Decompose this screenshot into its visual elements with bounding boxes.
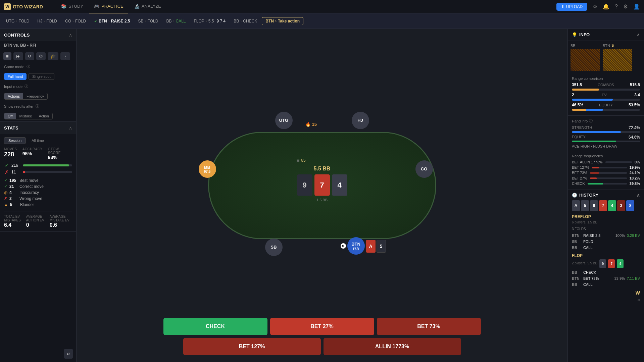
seat-co: CO (415, 160, 433, 178)
settings-icon[interactable]: ⚙ (593, 3, 597, 10)
bb-check-pos: BB (572, 270, 581, 274)
freq-27-val: 18.2% (630, 176, 640, 180)
bet127-button[interactable]: BET 127% (183, 338, 321, 355)
seat-bb-circle[interactable]: BB 97.5 (199, 160, 216, 178)
bc-bb2[interactable]: BB › CHECK (230, 17, 260, 25)
session-tab[interactable]: Session (4, 137, 26, 144)
action-toggle[interactable]: Action (35, 113, 52, 119)
breadcrumb-bar: UTG › FOLD HJ › FOLD CO › FOLD ✓ BTN › R… (0, 13, 644, 29)
freq-allin-bar-wrap (605, 161, 632, 163)
bc-sep9: › (275, 19, 277, 23)
off-toggle[interactable]: Off (4, 113, 16, 119)
controls-header: CONTROLS ∧ (0, 29, 76, 41)
bc-co[interactable]: CO › FOLD (62, 17, 89, 25)
actions-toggle[interactable]: Actions (4, 93, 23, 99)
stop-button[interactable]: ■ (3, 52, 11, 60)
nav-practice[interactable]: 🎮 PRACTICE (89, 0, 128, 13)
correct-move-count: 21 (9, 184, 17, 189)
center-area: 🔥 15 UTG HJ CO (77, 29, 567, 362)
bc-bb[interactable]: BB › CALL (163, 17, 189, 25)
history-icon: 🕐 (572, 193, 577, 198)
bet27-button[interactable]: BET 27% (270, 318, 374, 335)
sb-ha-pos: SB (572, 240, 581, 244)
help-icon[interactable]: ? (615, 4, 618, 10)
expand-history-icon[interactable]: » (637, 297, 640, 302)
bc-btn-action[interactable]: BTN › Take action (262, 17, 303, 25)
seat-co-circle[interactable]: CO (415, 160, 433, 178)
settings-ctrl-button[interactable]: ⚙ (36, 52, 46, 60)
allin-button[interactable]: ALLIN 1773% (324, 338, 461, 355)
history-title: 🕐 HISTORY ∧ (572, 193, 640, 198)
bb-equity: 46.5% (572, 103, 583, 107)
singlespot-button[interactable]: Single spot (29, 73, 54, 80)
collapse-info-icon[interactable]: ∧ (637, 32, 640, 37)
hc-7: 7 (599, 200, 607, 211)
upload-button[interactable]: ⬆ UPLOAD (556, 3, 587, 11)
mistake-toggle[interactable]: Mistake (16, 113, 35, 119)
seat-sb-circle[interactable]: SB (265, 239, 283, 256)
best-label: Best move (19, 178, 39, 183)
seat-bb: BB 97.5 (199, 160, 216, 178)
utg-label: UTG (279, 118, 288, 123)
collapse-history-icon[interactable]: ∧ (637, 193, 640, 198)
flame-value: 15 (312, 122, 317, 127)
freq-73-val: 24.1% (630, 171, 640, 175)
frequency-toggle[interactable]: Frequency (23, 93, 47, 99)
hj-label: HJ (357, 118, 363, 123)
upload-label: UPLOAD (566, 4, 583, 9)
folds-label: 3 FOLDS (572, 226, 586, 231)
freq-check: CHECK 39.8% (572, 182, 640, 186)
moves-stat: MOVES 228 (4, 147, 17, 160)
dealer-button: D (341, 243, 346, 249)
seat-btn-circle[interactable]: BTN 97.5 (347, 237, 365, 255)
input-mode-info-icon: ⓘ (24, 84, 28, 89)
btn-stack: 97.5 (353, 247, 359, 250)
bc-hj[interactable]: HJ › FOLD (34, 17, 60, 25)
nav-study[interactable]: 📚 STUDY (56, 0, 88, 13)
bb-call2-action: CALL (583, 282, 640, 287)
config-icon[interactable]: ⚙ (623, 3, 628, 10)
action-row-2: BET 127% ALLIN 1773% (183, 338, 461, 355)
ev-mistakes-total: TOTAL EVMISTAKES 6.4 (4, 215, 21, 228)
blunder-count: 5 (10, 202, 18, 207)
avg-action-val: 0 (26, 222, 44, 228)
notifications-icon[interactable]: 🔔 (603, 3, 609, 10)
bc-flop[interactable]: FLOP › 5.5 9 7 4 (191, 17, 229, 25)
bet73-button[interactable]: BET 73% (377, 318, 481, 335)
combos-row: 351.5 COMBOS 515.8 (572, 83, 640, 87)
btn-ev-bar (572, 99, 613, 101)
ev-mistakes-val: 6.4 (4, 222, 21, 228)
check-button[interactable]: CHECK (163, 318, 267, 335)
input-mode-label: Input mode (4, 85, 22, 89)
bb-combos: 351.5 (572, 83, 582, 87)
bc-utg[interactable]: UTG › FOLD (3, 17, 33, 25)
info-label: INFO (579, 32, 590, 37)
fullhand-button[interactable]: Full hand (4, 73, 27, 80)
accuracy-stat: ACCURACY 95% (22, 147, 43, 160)
skip-button[interactable]: ⏭ (13, 52, 23, 60)
flop-cards-hist: 2 players, 5.5 BB 9 7 4 (572, 259, 640, 268)
refresh-button[interactable]: ↺ (25, 52, 34, 60)
bb-name: BB (204, 165, 210, 170)
bc-sb[interactable]: SB › FOLD (135, 17, 161, 25)
alltime-tab[interactable]: All-time (27, 137, 48, 144)
collapse-stats-icon[interactable]: ∧ (69, 125, 72, 131)
nav-analyze[interactable]: 🔬 ANALYZE (130, 0, 166, 13)
result-toggle-group: Off Mistake Action (4, 113, 53, 119)
btn-bet73-pct: 33.9% (614, 276, 625, 280)
chip-amount: 85 (301, 158, 305, 163)
co-label: CO (421, 166, 428, 171)
flame-icon: 🔥 (305, 122, 311, 127)
controls-section: CONTROLS ∧ BTN vs. BB • RFI ■ ⏭ ↺ ⚙ 🎓 ⋮ … (0, 29, 76, 122)
input-toggle-row: Actions Frequency (0, 91, 76, 102)
seat-hj-circle[interactable]: HJ (352, 112, 369, 129)
collapse-panel-button[interactable]: « (64, 349, 73, 359)
flame-indicator: 🔥 15 (305, 122, 317, 127)
equity-hand-row: EQUITY 64.6% (572, 135, 640, 140)
hat-button[interactable]: 🎓 (48, 52, 58, 60)
collapse-controls-icon[interactable]: ∧ (69, 32, 72, 38)
more-button[interactable]: ⋮ (60, 52, 70, 60)
seat-utg-circle[interactable]: UTG (275, 112, 293, 129)
bc-btn-raise[interactable]: ✓ BTN › RAISE 2.5 (91, 17, 133, 25)
user-icon[interactable]: 👤 (633, 3, 640, 10)
